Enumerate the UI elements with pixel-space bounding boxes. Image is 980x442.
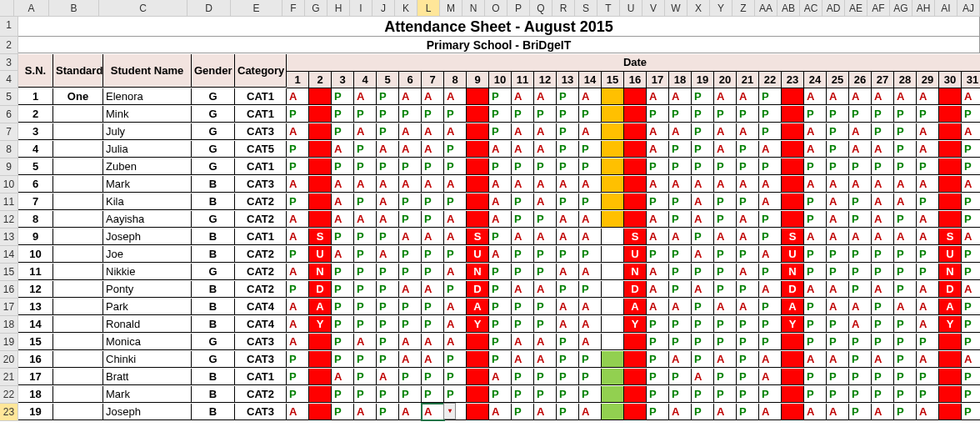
cell-sunday-day30[interactable]: D: [939, 281, 962, 298]
cell-attendance-day12[interactable]: A: [534, 123, 557, 140]
cell-attendance-day10[interactable]: P: [489, 158, 512, 175]
cell-attendance-day14[interactable]: P: [579, 386, 602, 403]
cell-attendance-day6[interactable]: A: [399, 141, 422, 158]
cell-attendance-day3[interactable]: A: [332, 369, 354, 385]
cell-sunday-day23[interactable]: [782, 106, 804, 123]
cell-student-name[interactable]: Mark: [103, 176, 192, 193]
cell-attendance-day24[interactable]: A: [804, 281, 827, 298]
cell-attendance-day27[interactable]: A: [872, 211, 894, 228]
cell-attendance-day24[interactable]: P: [804, 369, 827, 385]
cell-attendance-day22[interactable]: A: [759, 351, 782, 368]
cell-attendance-day29[interactable]: A: [917, 211, 939, 228]
cell-attendance-day3[interactable]: P: [332, 351, 354, 368]
cell-attendance-day26[interactable]: P: [849, 264, 872, 280]
cell-attendance-day26[interactable]: A: [849, 316, 872, 333]
cell-attendance-day19[interactable]: P: [692, 334, 714, 350]
cell-attendance-day22[interactable]: A: [759, 246, 782, 263]
cell-student-name[interactable]: Monica: [103, 334, 192, 350]
cell-day15[interactable]: [602, 351, 624, 368]
cell-attendance-day7[interactable]: A: [422, 88, 444, 105]
cell-attendance-day4[interactable]: A: [354, 88, 377, 105]
cell-attendance-day12[interactable]: P: [534, 386, 557, 403]
cell-attendance-day21[interactable]: P: [737, 141, 759, 158]
cell-attendance-day19[interactable]: A: [692, 193, 714, 210]
cell-sunday-day2[interactable]: [309, 334, 332, 350]
cell-attendance-day24[interactable]: A: [804, 88, 827, 105]
cell-sunday-day30[interactable]: Y: [939, 316, 962, 333]
cell-attendance-day11[interactable]: P: [512, 106, 534, 123]
cell-attendance-day11[interactable]: P: [512, 316, 534, 333]
cell-sunday-day2[interactable]: N: [309, 264, 332, 280]
cell-attendance-day22[interactable]: A: [759, 193, 782, 210]
row-header-21[interactable]: 21: [0, 369, 18, 386]
cell-attendance-day25[interactable]: P: [827, 316, 849, 333]
cell-attendance-day25[interactable]: A: [827, 281, 849, 298]
cell-sunday-day30[interactable]: [939, 193, 962, 210]
cell-attendance-day18[interactable]: A: [669, 176, 692, 193]
cell-attendance-day14[interactable]: A: [579, 88, 602, 105]
cell-category[interactable]: CAT3: [235, 404, 287, 420]
cell-sunday-day16[interactable]: [624, 404, 647, 420]
cell-attendance-day28[interactable]: P: [894, 334, 917, 350]
cell-gender[interactable]: G: [192, 158, 235, 175]
cell-attendance-day20[interactable]: P: [714, 264, 737, 280]
cell-attendance-day8[interactable]: P: [444, 246, 467, 263]
cell-attendance-day31[interactable]: P: [962, 299, 980, 315]
cell-attendance-day18[interactable]: P: [669, 246, 692, 263]
cell-attendance-day10[interactable]: P: [489, 264, 512, 280]
cell-attendance-day26[interactable]: P: [849, 351, 872, 368]
cell-sunday-day16[interactable]: [624, 351, 647, 368]
cell-attendance-day18[interactable]: A: [669, 229, 692, 245]
cell-attendance-day11[interactable]: A: [512, 281, 534, 298]
cell-attendance-day25[interactable]: A: [827, 229, 849, 245]
cell-attendance-day28[interactable]: P: [894, 351, 917, 368]
cell-attendance-day14[interactable]: A: [579, 229, 602, 245]
cell-student-name[interactable]: Elenora: [103, 88, 192, 105]
cell-attendance-day12[interactable]: P: [534, 106, 557, 123]
cell-attendance-day27[interactable]: P: [872, 299, 894, 315]
cell-attendance-day7[interactable]: P: [422, 106, 444, 123]
row-header-13[interactable]: 13: [0, 229, 18, 246]
cell-attendance-day27[interactable]: P: [872, 158, 894, 175]
cell-attendance-day8[interactable]: A: [444, 211, 467, 228]
cell-attendance-day24[interactable]: P: [804, 299, 827, 315]
cell-student-name[interactable]: Ponty: [103, 281, 192, 298]
cell-sunday-day16[interactable]: U: [624, 246, 647, 263]
cell-sunday-day9[interactable]: [467, 334, 489, 350]
cell-attendance-day13[interactable]: P: [557, 369, 579, 385]
cell-attendance-day12[interactable]: A: [534, 88, 557, 105]
cell-attendance-day10[interactable]: P: [489, 299, 512, 315]
cell-sunday-day2[interactable]: [309, 106, 332, 123]
cell-attendance-day31[interactable]: P: [962, 334, 980, 350]
cell-sunday-day16[interactable]: [624, 193, 647, 210]
cell-sn[interactable]: 3: [18, 123, 53, 140]
cell-day15[interactable]: [602, 141, 624, 158]
cell-attendance-day13[interactable]: A: [557, 229, 579, 245]
cell-attendance-day3[interactable]: P: [332, 316, 354, 333]
cell-attendance-day4[interactable]: A: [354, 176, 377, 193]
cell-attendance-day12[interactable]: A: [534, 404, 557, 420]
cell-sunday-day16[interactable]: [624, 369, 647, 385]
cell-attendance-day10[interactable]: P: [489, 386, 512, 403]
cell-attendance-day1[interactable]: A: [287, 176, 309, 193]
row-header-15[interactable]: 15: [0, 264, 18, 281]
cell-attendance-day26[interactable]: P: [849, 211, 872, 228]
cell-sunday-day2[interactable]: [309, 404, 332, 420]
cell-attendance-day21[interactable]: P: [737, 281, 759, 298]
cell-attendance-day1[interactable]: A: [287, 404, 309, 420]
cell-attendance-day14[interactable]: A: [579, 316, 602, 333]
cell-attendance-day10[interactable]: A: [489, 246, 512, 263]
cell-sunday-day2[interactable]: Y: [309, 316, 332, 333]
cell-attendance-day17[interactable]: A: [647, 211, 669, 228]
cell-attendance-day1[interactable]: P: [287, 141, 309, 158]
cell-attendance-day14[interactable]: P: [579, 106, 602, 123]
cell-attendance-day5[interactable]: P: [377, 316, 399, 333]
cell-attendance-day11[interactable]: A: [512, 141, 534, 158]
cell-attendance-day17[interactable]: P: [647, 334, 669, 350]
cell-attendance-day31[interactable]: P: [962, 158, 980, 175]
cell-attendance-day14[interactable]: P: [579, 369, 602, 385]
cell-attendance-day29[interactable]: P: [917, 334, 939, 350]
cell-attendance-day17[interactable]: A: [647, 88, 669, 105]
cell-attendance-day17[interactable]: A: [647, 123, 669, 140]
cell-sunday-day9[interactable]: [467, 386, 489, 403]
